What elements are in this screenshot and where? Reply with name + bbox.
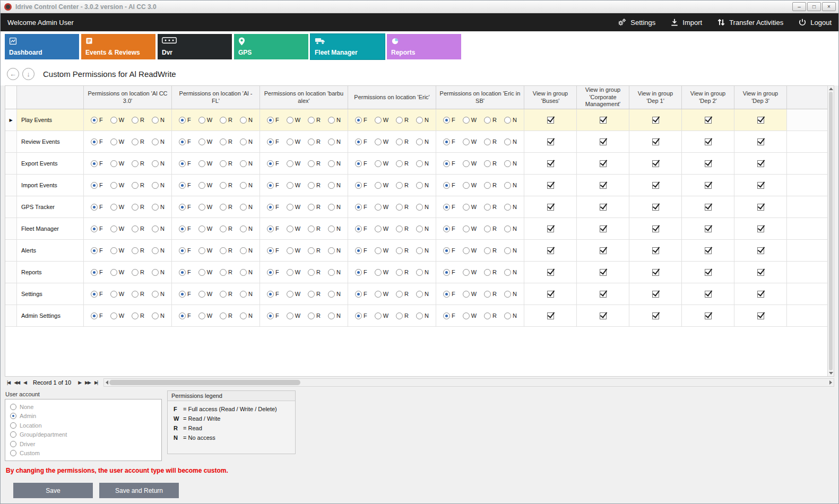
radio-option-w[interactable]: W xyxy=(198,312,212,319)
radio-option-f[interactable]: F xyxy=(355,225,367,232)
radio-option-n[interactable]: N xyxy=(504,160,517,167)
radio-option-f[interactable]: F xyxy=(91,291,103,298)
radio-option-n[interactable]: N xyxy=(240,138,253,145)
radio-option-n[interactable]: N xyxy=(416,247,429,254)
radio-option-n[interactable]: N xyxy=(240,269,253,276)
view-checkbox[interactable] xyxy=(757,204,764,211)
radio-option-r[interactable]: R xyxy=(132,247,144,254)
radio-option-w[interactable]: W xyxy=(110,247,124,254)
radio-option-r[interactable]: R xyxy=(484,291,497,298)
view-checkbox[interactable] xyxy=(547,138,554,145)
radio-option-n[interactable]: N xyxy=(504,247,517,254)
radio-option-w[interactable]: W xyxy=(198,247,212,254)
radio-option-f[interactable]: F xyxy=(355,138,367,145)
view-checkbox[interactable] xyxy=(705,247,712,254)
radio-option-r[interactable]: R xyxy=(308,182,321,189)
radio-option-w[interactable]: W xyxy=(287,312,300,319)
radio-option-r[interactable]: R xyxy=(220,225,232,232)
account-option-location[interactable]: Location xyxy=(10,422,157,429)
radio-option-r[interactable]: R xyxy=(396,312,409,319)
location-column-header[interactable]: Permissions on location 'Eric' xyxy=(348,86,436,109)
nav-button-left-2[interactable]: ◀ xyxy=(21,380,28,385)
radio-option-f[interactable]: F xyxy=(91,117,103,124)
radio-option-r[interactable]: R xyxy=(484,225,497,232)
radio-option-f[interactable]: F xyxy=(91,204,103,211)
logout-button[interactable]: Logout xyxy=(798,18,832,27)
view-checkbox[interactable] xyxy=(757,182,764,189)
scroll-up-button[interactable] xyxy=(829,88,833,90)
radio-option-w[interactable]: W xyxy=(110,225,124,232)
radio-option-r[interactable]: R xyxy=(220,160,232,167)
view-checkbox[interactable] xyxy=(757,291,764,298)
radio-option-n[interactable]: N xyxy=(240,225,253,232)
radio-option-r[interactable]: R xyxy=(396,204,409,211)
scroll-down-button[interactable] xyxy=(829,372,833,375)
radio-option-f[interactable]: F xyxy=(267,247,279,254)
radio-option-r[interactable]: R xyxy=(484,160,497,167)
radio-option-n[interactable]: N xyxy=(504,291,517,298)
radio-option-w[interactable]: W xyxy=(463,225,477,232)
radio-option-w[interactable]: W xyxy=(375,291,388,298)
view-checkbox[interactable] xyxy=(547,247,554,254)
radio-option-f[interactable]: F xyxy=(267,225,279,232)
view-checkbox[interactable] xyxy=(757,312,764,319)
radio-option-r[interactable]: R xyxy=(220,138,232,145)
radio-option-f[interactable]: F xyxy=(179,182,191,189)
radio-option-w[interactable]: W xyxy=(287,138,300,145)
view-checkbox[interactable] xyxy=(600,204,607,211)
radio-option-w[interactable]: W xyxy=(463,204,477,211)
location-column-header[interactable]: Permissions on location 'Eric in SB' xyxy=(436,86,524,109)
radio-option-n[interactable]: N xyxy=(504,269,517,276)
radio-option-w[interactable]: W xyxy=(198,225,212,232)
view-checkbox[interactable] xyxy=(757,225,764,232)
radio-option-r[interactable]: R xyxy=(308,269,321,276)
import-button[interactable]: Import xyxy=(670,18,702,27)
radio-option-f[interactable]: F xyxy=(267,182,279,189)
radio-option-n[interactable]: N xyxy=(416,204,429,211)
radio-option-n[interactable]: N xyxy=(328,247,341,254)
transfer-activities-button[interactable]: Transfer Activities xyxy=(717,18,783,27)
group-column-header[interactable]: View in group 'Corporate Management' xyxy=(577,86,629,109)
radio-option-w[interactable]: W xyxy=(375,160,388,167)
settings-button[interactable]: Settings xyxy=(617,18,655,27)
view-checkbox[interactable] xyxy=(547,312,554,319)
account-option-admin[interactable]: Admin xyxy=(10,413,157,419)
radio-option-f[interactable]: F xyxy=(443,204,455,211)
account-option-custom[interactable]: Custom xyxy=(10,450,157,456)
radio-option-n[interactable]: N xyxy=(416,138,429,145)
radio-option-n[interactable]: N xyxy=(152,204,165,211)
nav-button-left-1[interactable]: ◀◀ xyxy=(12,380,21,385)
radio-option-r[interactable]: R xyxy=(396,138,409,145)
view-checkbox[interactable] xyxy=(705,225,712,232)
radio-option-f[interactable]: F xyxy=(443,225,455,232)
view-checkbox[interactable] xyxy=(757,160,764,167)
radio-option-r[interactable]: R xyxy=(308,247,321,254)
tab-events-reviews[interactable]: Events & Reviews xyxy=(81,34,155,59)
view-checkbox[interactable] xyxy=(652,225,659,232)
radio-option-w[interactable]: W xyxy=(198,138,212,145)
radio-option-r[interactable]: R xyxy=(132,312,144,319)
radio-option-w[interactable]: W xyxy=(287,247,300,254)
radio-option-n[interactable]: N xyxy=(240,204,253,211)
radio-option-w[interactable]: W xyxy=(198,204,212,211)
radio-option-r[interactable]: R xyxy=(308,160,321,167)
radio-option-w[interactable]: W xyxy=(463,160,477,167)
radio-option-w[interactable]: W xyxy=(375,269,388,276)
radio-option-n[interactable]: N xyxy=(152,269,165,276)
radio-option-n[interactable]: N xyxy=(152,312,165,319)
radio-option-f[interactable]: F xyxy=(179,247,191,254)
radio-option-f[interactable]: F xyxy=(179,204,191,211)
radio-option-f[interactable]: F xyxy=(443,160,455,167)
radio-option-r[interactable]: R xyxy=(220,204,232,211)
radio-option-w[interactable]: W xyxy=(110,182,124,189)
radio-option-n[interactable]: N xyxy=(152,160,165,167)
radio-option-n[interactable]: N xyxy=(152,247,165,254)
radio-option-r[interactable]: R xyxy=(484,138,497,145)
radio-option-f[interactable]: F xyxy=(355,182,367,189)
radio-option-f[interactable]: F xyxy=(443,182,455,189)
radio-option-r[interactable]: R xyxy=(484,312,497,319)
radio-option-n[interactable]: N xyxy=(240,117,253,124)
radio-option-f[interactable]: F xyxy=(355,291,367,298)
view-checkbox[interactable] xyxy=(547,117,554,124)
tab-fleet-manager[interactable]: Fleet Manager xyxy=(310,34,385,59)
